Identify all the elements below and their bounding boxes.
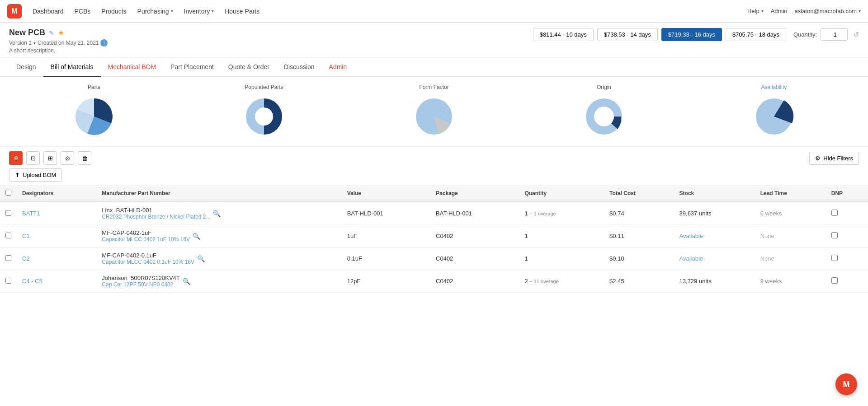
- chevron-down-icon: ▾: [212, 9, 214, 14]
- chart-parts: Parts: [9, 84, 179, 139]
- upload-icon: ⬆: [15, 172, 20, 178]
- mfr-sub[interactable]: Cap Cer 12PF 50V NP0 0402: [102, 281, 179, 288]
- snowflake-button[interactable]: ❄: [9, 151, 23, 165]
- value-cell: 0.1uF: [342, 247, 430, 270]
- designator-link[interactable]: BATT1: [22, 210, 40, 217]
- tab-quote-order[interactable]: Quote & Order: [221, 58, 277, 77]
- chevron-down-icon: ▾: [171, 9, 173, 14]
- hide-filters-button[interactable]: ⚙ Hide Filters: [809, 152, 859, 165]
- tab-design[interactable]: Design: [9, 58, 43, 77]
- designator-cell: C4 - C5: [17, 270, 96, 293]
- star-icon[interactable]: ★: [58, 28, 64, 37]
- nav-item-help[interactable]: Help ▾: [747, 6, 764, 16]
- nav-right: Help ▾ Admin eslaton@macrofab.com ▾: [747, 6, 861, 16]
- price-option-1[interactable]: $811.44 - 10 days: [533, 28, 594, 41]
- select-all-checkbox[interactable]: [5, 190, 11, 196]
- navbar: M Dashboard PCBs Products Purchasing ▾ I…: [0, 0, 868, 23]
- edit-icon[interactable]: ✎: [49, 29, 54, 37]
- designator-cell: C2: [17, 247, 96, 270]
- header-value: Value: [342, 185, 430, 202]
- logo[interactable]: M: [7, 4, 22, 19]
- table-body: BATT1 Linx BAT-HLD-001 CR2032 Phosphor B…: [0, 202, 868, 293]
- stock-value: 13,729 units: [679, 278, 712, 285]
- price-option-4[interactable]: $705.75 - 18 days: [726, 28, 786, 41]
- pcb-title-row: New PCB ✎ ★: [9, 28, 533, 37]
- mpn-line1: Johanson 500R07S120KV4T: [102, 275, 179, 281]
- tab-mechanical-bom[interactable]: Mechanical BOM: [101, 58, 164, 77]
- upload-bom-row: ⬆ Upload BOM: [9, 168, 859, 182]
- tab-bill-of-materials[interactable]: Bill of Materials: [43, 58, 101, 77]
- expand-button[interactable]: ⊡: [26, 151, 40, 165]
- designator-link[interactable]: C1: [22, 233, 30, 239]
- chart-form-factor-title: Form Factor: [419, 84, 448, 90]
- dnp-checkbox[interactable]: [831, 232, 838, 238]
- tab-discussion[interactable]: Discussion: [277, 58, 322, 77]
- upload-bom-button[interactable]: ⬆ Upload BOM: [9, 168, 62, 182]
- row-checkbox[interactable]: [5, 233, 11, 238]
- dnp-checkbox[interactable]: [831, 210, 838, 216]
- package-cell: C0402: [430, 270, 519, 293]
- price-option-3[interactable]: $719.33 - 16 days: [661, 28, 722, 41]
- search-icon[interactable]: 🔍: [213, 210, 221, 217]
- history-icon[interactable]: ↺: [853, 30, 859, 39]
- dnp-cell: [826, 202, 868, 225]
- quantity-value: 1: [524, 233, 528, 239]
- nav-item-products[interactable]: Products: [101, 6, 126, 17]
- table-row: C1 MF-CAP-0402-1uF Capacitor MLCC 0402 1…: [0, 225, 868, 247]
- dnp-checkbox[interactable]: [831, 255, 838, 261]
- chevron-down-icon[interactable]: ▾: [33, 41, 36, 46]
- lead-time-value: 9 weeks: [760, 278, 782, 285]
- quantity-input[interactable]: [821, 28, 848, 41]
- nav-item-inventory[interactable]: Inventory ▾: [184, 6, 214, 17]
- mpn-info: MF-CAP-0402-0.1uF Capacitor MLCC 0402 0.…: [102, 252, 194, 265]
- designator-cell: C1: [17, 225, 96, 247]
- table-row: BATT1 Linx BAT-HLD-001 CR2032 Phosphor B…: [0, 202, 868, 225]
- availability-pie-chart: [751, 94, 797, 139]
- header-select-all[interactable]: [0, 185, 17, 202]
- designator-link[interactable]: C2: [22, 255, 30, 262]
- tab-admin[interactable]: Admin: [322, 58, 354, 77]
- tab-part-placement[interactable]: Part Placement: [163, 58, 221, 77]
- designator-link[interactable]: C4 - C5: [22, 278, 42, 285]
- nav-purchasing-label: Purchasing: [137, 8, 169, 15]
- dnp-checkbox[interactable]: [831, 277, 838, 284]
- mpn-line1: MF-CAP-0402-1uF: [102, 229, 190, 236]
- search-icon[interactable]: 🔍: [193, 233, 200, 240]
- hide-filters-label: Hide Filters: [823, 155, 853, 162]
- form-factor-pie-chart: [411, 94, 457, 139]
- nav-item-admin[interactable]: Admin: [771, 6, 788, 16]
- total-cost-cell: $2.45: [604, 270, 674, 293]
- mpn-wrapper: Johanson 500R07S120KV4T Cap Cer 12PF 50V…: [102, 275, 336, 288]
- search-icon[interactable]: 🔍: [197, 255, 205, 262]
- svg-point-2: [255, 107, 273, 126]
- row-checkbox[interactable]: [5, 278, 11, 284]
- mfr-sub[interactable]: Capacitor MLCC 0402 1uF 10% 16V: [102, 236, 190, 243]
- stock-cell: 13,729 units: [674, 270, 755, 293]
- mfr-sub[interactable]: Capacitor MLCC 0402 0.1uF 10% 16V: [102, 259, 194, 265]
- info-icon[interactable]: i: [100, 39, 108, 47]
- populated-pie-svg: [241, 94, 287, 139]
- header-package: Package: [430, 185, 519, 202]
- row-checkbox[interactable]: [5, 255, 11, 261]
- mpn-line1: Linx BAT-HLD-001: [102, 207, 210, 214]
- delete-button[interactable]: 🗑: [78, 151, 91, 165]
- row-checkbox[interactable]: [5, 210, 11, 216]
- nav-item-house-parts[interactable]: House Parts: [225, 6, 259, 17]
- nav-item-pcbs[interactable]: PCBs: [75, 6, 91, 17]
- header-total-cost: Total Cost: [604, 185, 674, 202]
- form-factor-pie-svg: [411, 94, 457, 139]
- lead-time-cell: None: [755, 225, 826, 247]
- price-option-2[interactable]: $738.53 - 14 days: [597, 28, 658, 41]
- block-button[interactable]: ⊘: [61, 151, 74, 165]
- mfr-sub[interactable]: CR2032 Phosphor Bronze / Nickel Plated 2…: [102, 214, 210, 220]
- chart-origin: Origin: [519, 84, 689, 139]
- logo-text: M: [11, 7, 17, 15]
- nav-item-purchasing[interactable]: Purchasing ▾: [137, 6, 173, 17]
- value-cell: 12pF: [342, 270, 430, 293]
- search-icon[interactable]: 🔍: [183, 278, 190, 285]
- pcb-title: New PCB: [9, 28, 45, 37]
- center-button[interactable]: ⊞: [43, 151, 57, 165]
- quantity-overage: + 1 overage: [529, 211, 556, 216]
- nav-item-dashboard[interactable]: Dashboard: [33, 6, 64, 17]
- nav-item-user[interactable]: eslaton@macrofab.com ▾: [795, 6, 861, 16]
